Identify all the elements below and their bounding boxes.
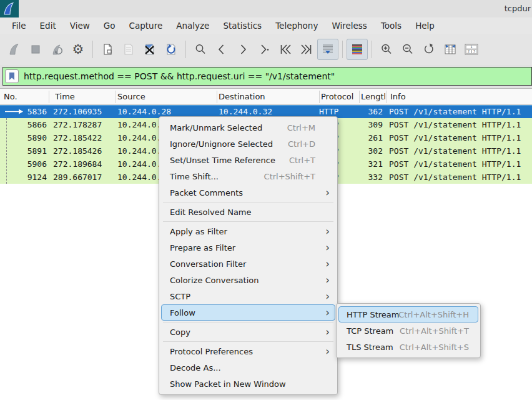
menu-item-packet-comments[interactable]: Packet Comments ›: [161, 184, 335, 201]
cell-no: 5836: [0, 105, 47, 118]
first-packet-button[interactable]: [275, 39, 296, 60]
submenu-arrow-icon: ›: [325, 240, 330, 256]
window-title: tcpdur: [505, 0, 531, 18]
last-packet-button[interactable]: [296, 39, 317, 60]
column-divider[interactable]: [387, 91, 387, 103]
menu-view[interactable]: View: [63, 18, 97, 34]
cell-no: 5866: [0, 118, 47, 131]
bookmark-icon: [8, 72, 16, 81]
cell-length: 332: [359, 171, 383, 184]
reset-zoom-button[interactable]: [418, 39, 440, 60]
menu-item-time-shift[interactable]: Time Shift... Ctrl+Shift+T: [161, 168, 335, 184]
chevron-right-dot-icon: [257, 42, 271, 56]
menu-help[interactable]: Help: [408, 18, 441, 34]
auto-scroll-icon: [321, 42, 335, 56]
column-header-no[interactable]: No.: [4, 89, 47, 105]
column-divider[interactable]: [319, 91, 320, 103]
menu-telephony[interactable]: Telephony: [268, 18, 325, 34]
toolbar-separator: [185, 41, 186, 58]
menu-item-conversation-filter[interactable]: Conversation Filter ›: [161, 256, 335, 272]
reload-document-icon: [164, 42, 178, 56]
find-packet-button[interactable]: [190, 39, 211, 60]
follow-submenu: HTTP Stream Ctrl+Alt+Shift+H TCP Stream …: [336, 303, 481, 358]
column-divider[interactable]: [359, 91, 360, 103]
menu-item-decode-as[interactable]: Decode As...: [161, 359, 335, 376]
layout-button[interactable]: 1 2 3: [461, 39, 482, 60]
menu-wireless[interactable]: Wireless: [325, 18, 374, 34]
cell-time: 289.667017: [53, 171, 102, 184]
toolbar-separator: [342, 41, 343, 58]
shark-fin-restart-icon: [50, 42, 64, 56]
display-filter-input[interactable]: http.request.method == POST && http.requ…: [2, 67, 532, 86]
menu-item-sctp[interactable]: SCTP ›: [161, 288, 335, 304]
restart-capture-button[interactable]: [46, 39, 67, 60]
column-header-time[interactable]: Time: [55, 89, 114, 105]
menu-file[interactable]: File: [5, 18, 33, 34]
resize-columns-button[interactable]: [440, 39, 461, 60]
menu-go[interactable]: Go: [97, 18, 122, 34]
cell-info: POST /v1/statement HTTP/1.1: [389, 144, 521, 158]
filter-bookmark-button[interactable]: [5, 69, 19, 83]
display-filter-text: http.request.method == POST && http.requ…: [24, 71, 335, 81]
menu-edit[interactable]: Edit: [33, 18, 63, 34]
submenu-arrow-icon: ›: [325, 305, 330, 321]
cell-length: 362: [359, 105, 383, 118]
menu-analyze[interactable]: Analyze: [169, 18, 216, 34]
column-divider[interactable]: [49, 91, 49, 103]
zoom-out-button[interactable]: [397, 39, 418, 60]
previous-packet-button[interactable]: [211, 39, 232, 60]
column-header-info[interactable]: Info: [390, 89, 528, 105]
open-file-button[interactable]: [97, 39, 118, 60]
cell-length: 321: [359, 158, 383, 171]
submenu-item-http-stream[interactable]: HTTP Stream Ctrl+Alt+Shift+H: [338, 306, 478, 322]
next-packet-button[interactable]: [232, 39, 254, 60]
menu-item-ignore-unignore[interactable]: Ignore/Unignore Selected Ctrl+D: [161, 136, 335, 152]
magnifier-icon: [194, 42, 207, 56]
cell-info: POST /v1/statement HTTP/1.1: [389, 171, 521, 184]
column-divider[interactable]: [116, 91, 116, 103]
save-document-icon: [122, 42, 135, 56]
colorize-packets-button[interactable]: [347, 39, 368, 60]
zoom-in-button[interactable]: [376, 39, 397, 60]
save-file-button[interactable]: [118, 39, 139, 60]
menu-item-prepare-as-filter[interactable]: Prepare as Filter ›: [161, 239, 335, 256]
submenu-item-tcp-stream[interactable]: TCP Stream Ctrl+Alt+Shift+T: [338, 322, 478, 339]
column-divider[interactable]: [217, 91, 217, 103]
menu-item-colorize-conversation[interactable]: Colorize Conversation ›: [161, 272, 335, 288]
menu-item-edit-resolved-name[interactable]: Edit Resolved Name: [161, 204, 335, 220]
column-header-source[interactable]: Source: [117, 89, 214, 105]
menu-separator: [163, 221, 333, 222]
start-capture-button[interactable]: [4, 39, 25, 60]
gear-icon: ⚙: [72, 43, 84, 56]
cell-time: 272.106935: [53, 105, 102, 118]
menu-item-time-reference[interactable]: Set/Unset Time Reference Ctrl+T: [161, 152, 335, 168]
filter-toolbar: http.request.method == POST && http.requ…: [0, 65, 532, 89]
submenu-item-tls-stream[interactable]: TLS Stream Ctrl+Alt+Shift+S: [338, 339, 478, 355]
cell-no: 5906: [0, 158, 47, 171]
capture-options-button[interactable]: ⚙: [67, 39, 89, 60]
svg-text:2: 2: [468, 49, 470, 53]
reload-file-button[interactable]: [160, 39, 182, 60]
menu-item-mark-unmark[interactable]: Mark/Unmark Selected Ctrl+M: [161, 119, 335, 136]
menu-item-copy[interactable]: Copy ›: [161, 324, 335, 340]
close-file-button[interactable]: [139, 39, 160, 60]
cell-length: 261: [359, 131, 383, 144]
submenu-arrow-icon: ›: [325, 272, 330, 288]
menubar: File Edit View Go Capture Analyze Statis…: [0, 18, 532, 34]
auto-scroll-button[interactable]: [317, 39, 338, 60]
menu-item-protocol-preferences[interactable]: Protocol Preferences ›: [161, 343, 335, 359]
column-header-length[interactable]: Length: [361, 89, 385, 105]
menu-separator: [163, 322, 333, 322]
go-to-packet-button[interactable]: [254, 39, 275, 60]
menu-capture[interactable]: Capture: [122, 18, 170, 34]
column-header-protocol[interactable]: Protocol: [321, 89, 357, 105]
menu-statistics[interactable]: Statistics: [216, 18, 268, 34]
menu-item-follow[interactable]: Follow ›: [161, 304, 335, 321]
menu-item-apply-as-filter[interactable]: Apply as Filter ›: [161, 223, 335, 239]
column-header-destination[interactable]: Destination: [219, 89, 317, 105]
cell-no: 5890: [0, 131, 47, 144]
stop-capture-button[interactable]: [25, 39, 46, 60]
menu-item-show-packet-new-window[interactable]: Show Packet in New Window: [161, 376, 335, 392]
menu-tools[interactable]: Tools: [374, 18, 408, 34]
shark-fin-icon: [7, 42, 21, 56]
